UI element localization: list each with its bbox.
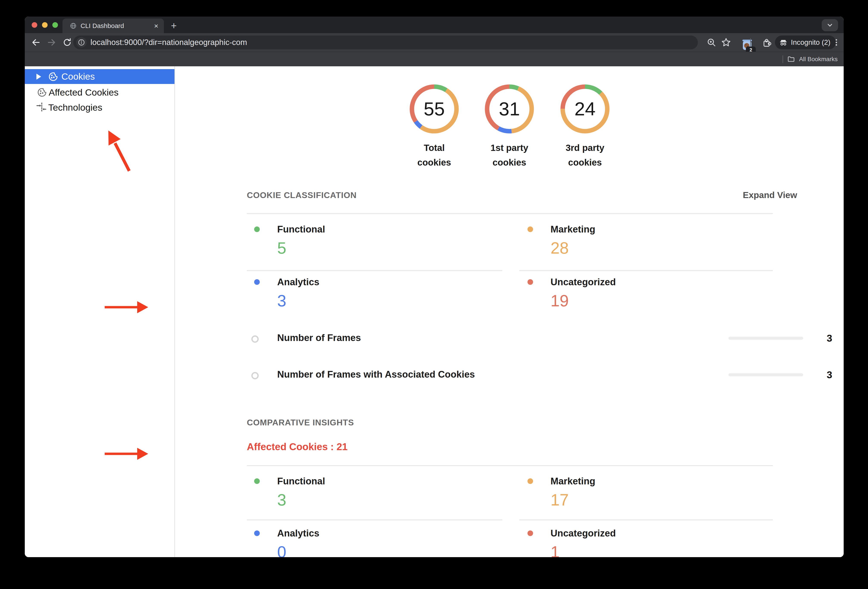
ring-bullet-icon (251, 336, 259, 343)
forward-icon[interactable] (47, 38, 56, 47)
dashboard-content: 55 Total cookies 31 1st party cookies (175, 66, 844, 557)
category-value: 19 (551, 290, 569, 311)
category-label: Analytics (277, 527, 319, 539)
close-window-button[interactable] (32, 22, 37, 28)
ring-bullet-icon (251, 372, 259, 379)
incognito-label: Incognito (2) (791, 38, 830, 47)
uncategorized-dot-icon (527, 279, 533, 285)
category-label: Marketing (551, 224, 595, 235)
zoom-icon[interactable] (706, 37, 716, 47)
tab-search-button[interactable] (822, 19, 838, 31)
minimize-window-button[interactable] (42, 22, 47, 28)
category-label: Functional (277, 224, 325, 235)
incognito-icon (779, 38, 788, 47)
browser-tab[interactable]: CLI Dashboard × (62, 19, 164, 33)
marketing-dot-icon (527, 479, 533, 484)
screenshot-root: CLI Dashboard × + localhost:9000/?dir=na… (0, 0, 868, 589)
functional-dot-icon (254, 227, 260, 232)
uncategorized-dot-icon (527, 530, 533, 536)
marketing-dot-icon (527, 227, 533, 232)
sidebar-item-cookies[interactable]: Cookies (25, 69, 174, 84)
back-icon[interactable] (31, 38, 41, 47)
zoom-window-button[interactable] (52, 22, 58, 28)
technologies-icon (36, 102, 47, 113)
divider (247, 213, 773, 214)
expand-triangle-icon[interactable] (36, 74, 41, 80)
extensions-puzzle-icon[interactable] (762, 37, 772, 47)
frames-label: Number of Frames with Associated Cookies (277, 369, 475, 380)
category-label: Functional (277, 475, 325, 487)
classification-title: COOKIE CLASSIFICATION (247, 190, 357, 200)
analytics-dot-icon (254, 530, 260, 536)
divider (519, 520, 773, 520)
bookmarks-bar: All Bookmarks (25, 52, 844, 66)
bookmark-star-icon[interactable] (721, 37, 731, 47)
cookie-extension-icon[interactable]: 2 (741, 39, 753, 52)
sidebar: Cookies Affected Cookies Technologi (25, 66, 175, 557)
frames-value: 3 (819, 369, 840, 381)
bookmarks-divider (782, 55, 783, 63)
analytics-dot-icon (254, 279, 260, 285)
tab-title: CLI Dashboard (81, 22, 154, 29)
donut-label: Total (406, 141, 462, 155)
category-value: 17 (551, 490, 569, 510)
frames-value: 3 (819, 333, 840, 344)
divider (519, 270, 773, 271)
url-text: localhost:9000/?dir=nationalgeographic-c… (90, 38, 247, 47)
insights-title: COMPARATIVE INSIGHTS (247, 418, 354, 427)
all-bookmarks-label: All Bookmarks (799, 56, 838, 63)
category-value: 0 (277, 542, 286, 557)
menu-dots-icon[interactable] (832, 38, 841, 47)
functional-dot-icon (254, 479, 260, 484)
app-body: Cookies Affected Cookies Technologi (25, 66, 844, 557)
frames-label: Number of Frames (277, 333, 361, 343)
url-bar[interactable]: localhost:9000/?dir=nationalgeographic-c… (73, 35, 698, 49)
tab-strip: CLI Dashboard × + (25, 16, 844, 33)
affected-cookies-label: Affected Cookies : 21 (247, 441, 348, 452)
expand-view-button[interactable]: Expand View (743, 190, 797, 200)
close-tab-icon[interactable]: × (154, 22, 158, 29)
category-label: Marketing (551, 475, 595, 487)
cookie-icon (37, 87, 47, 97)
category-label: Analytics (277, 276, 319, 288)
folder-icon (787, 55, 795, 63)
category-value: 1 (551, 542, 559, 557)
donut-value: 31 (485, 84, 534, 134)
divider (247, 520, 502, 520)
site-info-icon[interactable] (76, 37, 87, 47)
all-bookmarks-button[interactable]: All Bookmarks (782, 52, 838, 66)
cookie-icon (48, 71, 58, 82)
sidebar-item-label: Technologies (48, 102, 102, 113)
frames-row: Number of Frames with Associated Cookies… (247, 368, 773, 382)
donut-label: 1st party (481, 141, 537, 155)
toolbar-divider (750, 38, 751, 47)
donut-third-party-cookies: 24 3rd party cookies (557, 84, 613, 170)
sidebar-item-label: Affected Cookies (49, 87, 118, 98)
browser-window: CLI Dashboard × + localhost:9000/?dir=na… (25, 16, 844, 557)
category-value: 3 (277, 290, 286, 311)
category-label: Uncategorized (551, 276, 616, 288)
frames-progress-bar (728, 337, 803, 340)
reload-icon[interactable] (63, 38, 72, 47)
sidebar-item-label: Cookies (61, 71, 95, 82)
window-controls (32, 22, 58, 28)
frames-progress-bar (728, 373, 803, 376)
divider (247, 270, 502, 271)
sidebar-item-affected-cookies[interactable]: Affected Cookies (25, 85, 174, 99)
frames-row: Number of Frames 3 (247, 332, 773, 346)
donut-value: 24 (560, 84, 610, 134)
sidebar-item-technologies[interactable]: Technologies (25, 100, 174, 115)
donut-label: 3rd party (557, 141, 613, 155)
divider (247, 465, 773, 466)
category-value: 3 (277, 490, 286, 510)
donut-value: 55 (409, 84, 459, 134)
category-value: 5 (277, 238, 286, 258)
new-tab-button[interactable]: + (167, 19, 180, 32)
donut-total-cookies: 55 Total cookies (406, 84, 462, 170)
chevron-down-icon (826, 22, 834, 29)
globe-favicon-icon (70, 22, 77, 29)
category-label: Uncategorized (551, 527, 616, 539)
category-value: 28 (551, 238, 569, 258)
incognito-indicator[interactable]: Incognito (2) (775, 35, 836, 49)
browser-toolbar: localhost:9000/?dir=nationalgeographic-c… (25, 33, 844, 52)
